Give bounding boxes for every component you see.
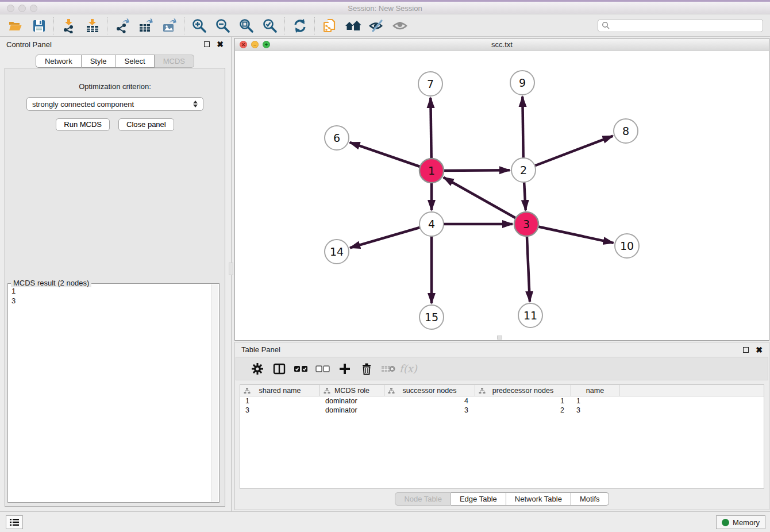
column-header-shared-name[interactable]: shared name	[240, 385, 320, 396]
graph-node-1[interactable]: 1	[419, 159, 444, 183]
status-bar: Memory	[0, 511, 770, 532]
zoom-out-icon[interactable]	[211, 16, 234, 36]
add-column-icon[interactable]	[334, 359, 356, 379]
graph-edge-2-8[interactable]	[523, 136, 613, 170]
delete-column-icon[interactable]	[356, 359, 378, 379]
table-row[interactable]: 3dominator323	[240, 406, 764, 415]
deselect-all-rows-icon[interactable]	[312, 359, 334, 379]
mcds-result-box: MCDS result (2 nodes) 13	[7, 283, 220, 503]
cell-MCDS-role[interactable]: dominator	[320, 396, 384, 406]
table-panel-title: Table Panel	[241, 345, 743, 354]
result-scrollbar[interactable]	[211, 284, 218, 502]
graph-node-7[interactable]: 7	[418, 72, 442, 96]
cell-predecessor-nodes[interactable]: 2	[475, 406, 571, 415]
table-tab-network-table[interactable]: Network Table	[506, 492, 571, 506]
table-panel-float-icon[interactable]	[743, 347, 749, 353]
run-mcds-button[interactable]: Run MCDS	[56, 118, 110, 131]
home-icon[interactable]	[341, 16, 365, 36]
graph-node-14[interactable]: 14	[325, 240, 349, 264]
graph-node-6[interactable]: 6	[325, 126, 349, 150]
mcds-result-line: 1	[11, 286, 210, 296]
import-table-icon[interactable]	[80, 16, 104, 36]
tab-network[interactable]: Network	[36, 55, 82, 68]
open-session-icon[interactable]	[3, 16, 27, 36]
criterion-select[interactable]: strongly connected component	[26, 97, 203, 111]
network-view-window: ✕ – + scc.txt 7968124314101511	[234, 38, 769, 341]
tab-style[interactable]: Style	[82, 55, 116, 68]
graph-node-10[interactable]: 10	[615, 234, 639, 258]
save-session-icon[interactable]	[27, 16, 51, 36]
table-tab-edge-table[interactable]: Edge Table	[451, 492, 506, 506]
graph-node-2[interactable]: 2	[511, 158, 536, 182]
svg-text:1: 1	[428, 164, 435, 177]
tab-select[interactable]: Select	[116, 55, 155, 68]
function-builder-icon[interactable]: f(x)	[399, 359, 417, 379]
cell-shared-name[interactable]: 3	[240, 406, 320, 415]
svg-text:14: 14	[330, 245, 344, 258]
table-row[interactable]: 1dominator411	[240, 396, 764, 406]
svg-text:9: 9	[519, 76, 526, 89]
graph-edge-3-10[interactable]	[526, 224, 614, 243]
graph-node-11[interactable]: 11	[518, 303, 542, 327]
delete-table-icon[interactable]	[378, 359, 399, 379]
svg-text:6: 6	[333, 132, 340, 144]
import-network-icon[interactable]	[57, 16, 80, 36]
cell-predecessor-nodes[interactable]: 1	[475, 396, 571, 406]
network-resize-grip[interactable]	[497, 336, 502, 340]
table-tab-node-table[interactable]: Node Table	[395, 492, 451, 506]
close-panel-button[interactable]: Close panel	[118, 118, 174, 131]
network-view-titlebar[interactable]: ✕ – + scc.txt	[235, 38, 769, 51]
graph-node-3[interactable]: 3	[514, 212, 538, 236]
cell-successor-nodes[interactable]: 4	[384, 396, 475, 406]
select-all-rows-icon[interactable]	[290, 359, 312, 379]
table-tab-motifs[interactable]: Motifs	[571, 492, 609, 506]
toggle-column-panel-icon[interactable]	[268, 359, 290, 379]
column-header-name[interactable]: name	[571, 385, 619, 396]
column-header-MCDS-role[interactable]: MCDS role	[320, 385, 384, 396]
table-header-row: shared nameMCDS rolesuccessor nodesprede…	[240, 385, 764, 396]
export-table-icon[interactable]	[134, 16, 157, 36]
cell-successor-nodes[interactable]: 3	[384, 406, 475, 415]
panel-splitter-handle[interactable]	[229, 263, 233, 275]
graph-node-15[interactable]: 15	[419, 305, 444, 329]
control-panel: Control Panel ✖ NetworkStyleSelectMCDS O…	[0, 37, 230, 511]
cell-shared-name[interactable]: 1	[240, 396, 320, 406]
graph-edge-4-14[interactable]	[350, 224, 432, 248]
copy-style-icon[interactable]	[318, 16, 341, 36]
cell-name[interactable]: 3	[571, 406, 619, 415]
memory-button[interactable]: Memory	[716, 515, 765, 529]
tab-mcds[interactable]: MCDS	[155, 55, 194, 68]
main-toolbar	[0, 15, 770, 37]
control-panel-title: Control Panel	[6, 40, 204, 49]
cell-MCDS-role[interactable]: dominator	[320, 406, 384, 415]
zoom-in-icon[interactable]	[187, 16, 211, 36]
search-field[interactable]	[598, 19, 763, 32]
control-panel-close-icon[interactable]: ✖	[217, 41, 224, 47]
export-image-icon[interactable]	[157, 16, 181, 36]
memory-label: Memory	[733, 518, 760, 527]
column-header-predecessor-nodes[interactable]: predecessor nodes	[475, 385, 571, 396]
network-canvas[interactable]: 7968124314101511	[235, 51, 769, 340]
table-settings-gear-icon[interactable]	[247, 359, 268, 379]
criterion-selected-value: strongly connected component	[32, 100, 134, 109]
graph-edge-3-1[interactable]	[444, 178, 526, 224]
hide-selected-icon[interactable]	[365, 16, 388, 36]
graph-node-4[interactable]: 4	[419, 212, 444, 236]
column-header-successor-nodes[interactable]: successor nodes	[384, 385, 475, 396]
control-panel-float-icon[interactable]	[204, 41, 210, 47]
export-network-icon[interactable]	[110, 16, 134, 36]
graph-node-8[interactable]: 8	[614, 119, 638, 143]
network-view-title: scc.txt	[235, 40, 769, 49]
cell-name[interactable]: 1	[571, 396, 619, 406]
graph-node-9[interactable]: 9	[510, 71, 534, 95]
zoom-selected-icon[interactable]	[258, 16, 282, 36]
task-history-button[interactable]	[6, 515, 23, 529]
refresh-layout-icon[interactable]	[288, 16, 311, 36]
zoom-fit-icon[interactable]	[234, 16, 258, 36]
table-panel-close-icon[interactable]: ✖	[756, 347, 763, 353]
search-input[interactable]	[613, 21, 763, 30]
graph-edge-1-6[interactable]	[350, 142, 432, 171]
svg-text:10: 10	[620, 240, 634, 252]
show-all-icon[interactable]	[388, 16, 412, 36]
fx-label: f(x)	[399, 363, 417, 375]
